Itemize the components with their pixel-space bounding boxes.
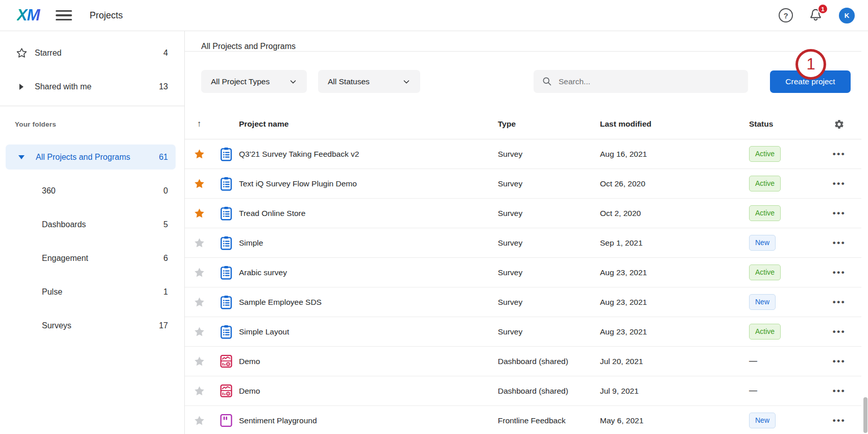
project-name[interactable]: Simple Layout (239, 327, 498, 336)
sort-ascending-icon[interactable]: ↑ (197, 119, 202, 129)
scrollbar-thumb[interactable] (863, 397, 867, 433)
survey-clipboard-icon (220, 147, 232, 161)
last-modified: Aug 23, 2021 (600, 298, 749, 307)
projects-table: ↑ Project name Type Last modified Status (185, 93, 861, 434)
sidebar-folder-item[interactable]: Dashboards 5 (6, 212, 176, 237)
status-badge: Active (749, 146, 781, 161)
project-types-filter[interactable]: All Project Types (201, 70, 307, 93)
status-badge: Active (749, 264, 781, 280)
project-name[interactable]: Demo (239, 387, 498, 396)
project-name[interactable]: Demo (239, 357, 498, 366)
xm-logo[interactable]: XM (17, 6, 43, 25)
table-row: Text iQ Survey Flow Plugin Demo Survey O… (185, 169, 861, 199)
status-badge: Active (749, 176, 781, 191)
search-icon (542, 76, 552, 87)
project-name[interactable]: Sentiment Playground (239, 416, 498, 425)
star-toggle[interactable] (194, 237, 205, 249)
sidebar-folder-item-selected[interactable]: All Projects and Programs 61 (6, 144, 176, 170)
folder-label: All Projects and Programs (36, 153, 130, 162)
status-badge: Active (749, 205, 781, 221)
sidebar-folder-item[interactable]: Surveys 17 (6, 313, 176, 338)
project-name[interactable]: Tread Online Store (239, 209, 498, 218)
star-toggle[interactable] (194, 208, 205, 219)
sidebar-folder-item[interactable]: 360 0 (6, 178, 176, 203)
help-icon[interactable]: ? (779, 8, 793, 22)
sidebar-item-shared-with-me[interactable]: Shared with me 13 (0, 72, 184, 102)
sidebar-folder-item[interactable]: Engagement 6 (6, 246, 176, 271)
column-type[interactable]: Type (498, 119, 600, 129)
avatar[interactable]: K (839, 8, 855, 23)
folders-heading: Your folders (15, 120, 184, 128)
star-toggle[interactable] (194, 178, 205, 189)
star-toggle[interactable] (194, 149, 205, 160)
project-name[interactable]: Q3'21 Survey Taking Feedback v2 (239, 150, 498, 159)
search-input[interactable] (559, 77, 741, 86)
project-type: Survey (498, 209, 600, 218)
last-modified: Sep 1, 2021 (600, 238, 749, 248)
last-modified: Jul 9, 2021 (600, 387, 749, 396)
star-toggle[interactable] (194, 385, 205, 397)
project-type: Survey (498, 268, 600, 277)
column-last-modified[interactable]: Last modified (600, 119, 749, 129)
star-toggle[interactable] (194, 415, 205, 426)
page-context-title: Projects (90, 10, 123, 21)
table-row: Tread Online Store Survey Oct 2, 2020 Ac… (185, 199, 861, 228)
hamburger-menu-icon[interactable] (55, 9, 73, 21)
folder-label: Pulse (42, 287, 62, 297)
sidebar-item-starred[interactable]: Starred 4 (0, 38, 184, 68)
star-toggle[interactable] (194, 356, 205, 367)
row-actions-button[interactable]: ••• (833, 208, 846, 219)
table-row: Q3'21 Survey Taking Feedback v2 Survey A… (185, 139, 861, 169)
last-modified: Oct 2, 2020 (600, 209, 749, 218)
folder-count: 6 (163, 254, 168, 263)
project-type: Dashboard (shared) (498, 387, 600, 396)
folder-count: 1 (163, 287, 168, 297)
sidebar-folder-item[interactable]: Pulse 1 (6, 279, 176, 304)
row-actions-button[interactable]: ••• (833, 386, 846, 396)
table-body: Q3'21 Survey Taking Feedback v2 Survey A… (185, 139, 861, 434)
folder-list: All Projects and Programs 61 360 0 Dashb… (0, 144, 184, 338)
project-name[interactable]: Text iQ Survey Flow Plugin Demo (239, 179, 498, 188)
row-actions-button[interactable]: ••• (833, 179, 846, 189)
column-status[interactable]: Status (749, 119, 817, 129)
star-toggle[interactable] (194, 297, 205, 308)
row-actions-button[interactable]: ••• (833, 416, 846, 426)
chevron-right-icon[interactable] (15, 84, 28, 90)
statuses-filter[interactable]: All Statuses (318, 70, 420, 93)
project-type: Dashboard (shared) (498, 357, 600, 366)
annotation-step-1: 1 (795, 49, 826, 80)
chevron-down-icon (288, 77, 298, 86)
row-actions-button[interactable]: ••• (833, 356, 846, 367)
survey-clipboard-icon (220, 206, 232, 221)
folder-label: Engagement (42, 254, 88, 263)
project-name[interactable]: Sample Employee SDS (239, 298, 498, 307)
row-actions-button[interactable]: ••• (833, 297, 846, 307)
row-actions-button[interactable]: ••• (833, 268, 846, 278)
survey-clipboard-icon (220, 236, 232, 250)
row-actions-button[interactable]: ••• (833, 149, 846, 159)
row-actions-button[interactable]: ••• (833, 327, 846, 337)
top-bar: XM Projects ? 1 K (0, 0, 868, 31)
last-modified: Oct 26, 2020 (600, 179, 749, 188)
project-name[interactable]: Arabic survey (239, 268, 498, 277)
column-project-name[interactable]: Project name (239, 119, 498, 129)
toolbar: All Project Types All Statuses (201, 70, 851, 93)
notifications-button[interactable]: 1 (808, 8, 824, 23)
projects-page: XM Projects ? 1 K Starred 4 (0, 0, 868, 434)
table-row: Sample Employee SDS Survey Aug 23, 2021 … (185, 287, 861, 317)
row-actions-button[interactable]: ••• (833, 238, 846, 248)
table-row: Simple Layout Survey Aug 23, 2021 Active… (185, 317, 861, 347)
project-name[interactable]: Simple (239, 238, 498, 248)
table-row: Arabic survey Survey Aug 23, 2021 Active… (185, 258, 861, 287)
star-toggle[interactable] (194, 267, 205, 278)
star-toggle[interactable] (194, 326, 205, 337)
table-settings-gear-icon[interactable] (834, 119, 845, 130)
survey-clipboard-icon (220, 177, 232, 191)
sidebar: Starred 4 Shared with me 13 Your folders… (0, 31, 185, 434)
notification-badge: 1 (817, 4, 828, 14)
star-outline-icon (15, 47, 28, 59)
table-row: Demo Dashboard (shared) Jul 20, 2021 — •… (185, 347, 861, 376)
sidebar-item-count: 13 (159, 82, 168, 91)
folder-label: Dashboards (42, 220, 86, 229)
chevron-down-icon[interactable] (18, 155, 26, 159)
